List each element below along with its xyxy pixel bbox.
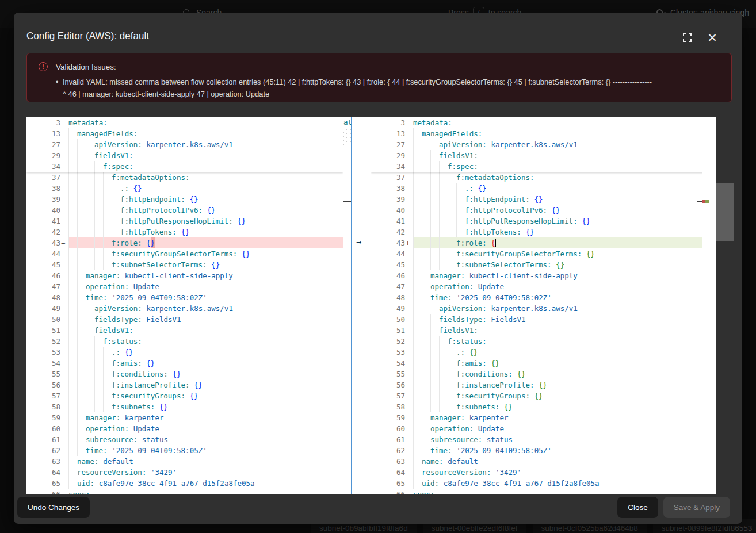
code-line[interactable]: 61subresource: status — [26, 434, 343, 445]
line-number: 27 — [26, 139, 60, 150]
revert-change-arrow[interactable]: → — [356, 237, 361, 247]
code-line[interactable]: 60operation: Update — [26, 423, 343, 434]
code-line[interactable]: 63name: default — [371, 456, 709, 467]
line-number: 57 — [371, 390, 405, 401]
diff-sign — [405, 336, 413, 347]
code-line[interactable]: 56f:instanceProfile: {} — [371, 379, 709, 390]
code-line[interactable]: 47operation: Update — [371, 281, 709, 292]
code-line[interactable]: 52f:status: — [26, 336, 343, 347]
code-line[interactable]: 41f:httpPutResponseHopLimit: {} — [371, 216, 709, 227]
code-line[interactable]: 37f:metadataOptions: — [371, 172, 709, 183]
code-line[interactable]: 43−f:role: {} — [26, 237, 343, 248]
fullscreen-button[interactable] — [681, 32, 693, 43]
code-line[interactable]: 54f:amis: {} — [371, 358, 709, 369]
code-line[interactable]: 3metadata: — [26, 117, 343, 128]
code-line[interactable]: 55f:conditions: {} — [26, 369, 343, 379]
line-number: 50 — [371, 314, 405, 325]
code-line[interactable]: 55f:conditions: {} — [371, 369, 709, 379]
code-line[interactable]: 50fieldsType: FieldsV1 — [371, 314, 709, 325]
line-number: 52 — [371, 336, 405, 347]
code-line[interactable]: 61subresource: status — [371, 434, 709, 445]
code-line[interactable]: 45f:subnetSelectorTerms: {} — [26, 259, 343, 270]
code-line[interactable]: 44f:securityGroupSelectorTerms: {} — [371, 248, 709, 259]
code-line[interactable]: 13managedFields: — [371, 128, 709, 139]
code-line[interactable]: 58f:subnets: {} — [26, 401, 343, 412]
code-line[interactable]: 65uid: c8afe97e-38cc-4f91-a767-d15f2a8fe… — [26, 478, 343, 489]
code-line[interactable]: 37f:metadataOptions: — [26, 172, 343, 183]
code-line[interactable]: 53.: {} — [371, 347, 709, 358]
diff-sign — [405, 172, 413, 183]
code-line[interactable]: 59manager: karpenter — [371, 412, 709, 423]
diff-sign — [405, 434, 413, 445]
code-line[interactable]: 62time: '2025-09-04T09:58:05Z' — [26, 445, 343, 456]
yaml-diff-editor[interactable]: 3metadata:13managedFields:27- apiVersion… — [26, 117, 716, 494]
code-line[interactable]: 42f:httpTokens: {} — [26, 227, 343, 237]
code-line[interactable]: 48time: '2025-09-04T09:58:02Z' — [26, 292, 343, 303]
diff-pane-modified[interactable]: 3metadata:13managedFields:27- apiVersion… — [371, 117, 709, 494]
code-line[interactable]: 39f:httpEndpoint: {} — [26, 194, 343, 205]
diff-sign — [60, 161, 68, 172]
code-line[interactable]: 52f:status: — [371, 336, 709, 347]
diff-pane-original[interactable]: 3metadata:13managedFields:27- apiVersion… — [26, 117, 343, 494]
code-line[interactable]: 42f:httpTokens: {} — [371, 227, 709, 237]
code-line[interactable]: 64resourceVersion: '3429' — [26, 467, 343, 478]
line-number: 61 — [26, 434, 60, 445]
code-line[interactable]: 38.: {} — [26, 183, 343, 194]
code-line[interactable]: 59manager: karpenter — [26, 412, 343, 423]
line-number: 51 — [26, 325, 60, 336]
code-line[interactable]: 51fieldsV1: — [371, 325, 709, 336]
code-line[interactable]: 13managedFields: — [26, 128, 343, 139]
code-line[interactable]: 34f:spec: — [371, 161, 709, 172]
close-button[interactable]: ✕ — [707, 32, 718, 43]
code-line[interactable]: 39f:httpEndpoint: {} — [371, 194, 709, 205]
code-line[interactable]: 27- apiVersion: karpenter.k8s.aws/v1 — [371, 139, 709, 150]
line-number: 60 — [26, 423, 60, 434]
code-line[interactable]: 29fieldsV1: — [26, 150, 343, 161]
code-line[interactable]: 34f:spec: — [26, 161, 343, 172]
code-line[interactable]: 54f:amis: {} — [26, 358, 343, 369]
code-line[interactable]: 65uid: c8afe97e-38cc-4f91-a767-d15f2a8fe… — [371, 478, 709, 489]
code-line[interactable]: 57f:securityGroups: {} — [371, 390, 709, 401]
code-line[interactable]: 66spec: — [371, 489, 709, 494]
line-number: 13 — [26, 128, 60, 139]
code-line[interactable]: 62time: '2025-09-04T09:58:05Z' — [371, 445, 709, 456]
code-line[interactable]: 40f:httpProtocolIPv6: {} — [26, 205, 343, 216]
code-line[interactable]: 48time: '2025-09-04T09:58:02Z' — [371, 292, 709, 303]
code-line[interactable]: 46manager: kubectl-client-side-apply — [371, 270, 709, 281]
validation-message-line2: ^ 46 | manager: kubectl-client-side-appl… — [63, 90, 269, 98]
code-lines-right[interactable]: 37f:metadataOptions:38.: {}39f:httpEndpo… — [371, 172, 709, 494]
line-number: 59 — [371, 412, 405, 423]
code-line[interactable]: 53.: {} — [26, 347, 343, 358]
code-line[interactable]: 3metadata: — [371, 117, 709, 128]
scrollbar-slider[interactable] — [716, 183, 734, 241]
code-line[interactable]: 38.: {} — [371, 183, 709, 194]
code-line[interactable]: 63name: default — [26, 456, 343, 467]
line-number: 3 — [371, 117, 405, 128]
code-line[interactable]: 44f:securityGroupSelectorTerms: {} — [26, 248, 343, 259]
code-line[interactable]: 41f:httpPutResponseHopLimit: {} — [26, 216, 343, 227]
code-line[interactable]: 66spec: — [26, 489, 343, 494]
code-line[interactable]: 64resourceVersion: '3429' — [371, 467, 709, 478]
save-apply-button[interactable]: Save & Apply — [663, 497, 730, 518]
undo-changes-button[interactable]: Undo Changes — [17, 497, 90, 518]
code-line[interactable]: 57f:securityGroups: {} — [26, 390, 343, 401]
code-line[interactable]: 40f:httpProtocolIPv6: {} — [371, 205, 709, 216]
code-line[interactable]: 47operation: Update — [26, 281, 343, 292]
line-number: 38 — [26, 183, 60, 194]
code-line[interactable]: 29fieldsV1: — [371, 150, 709, 161]
code-line[interactable]: 49- apiVersion: karpenter.k8s.aws/v1 — [26, 303, 343, 314]
code-line[interactable]: 46manager: kubectl-client-side-apply — [26, 270, 343, 281]
diff-sign — [405, 270, 413, 281]
code-line[interactable]: 27- apiVersion: karpenter.k8s.aws/v1 — [26, 139, 343, 150]
line-number: 45 — [371, 259, 405, 270]
code-line[interactable]: 58f:subnets: {} — [371, 401, 709, 412]
code-lines-left[interactable]: 37f:metadataOptions:38.: {}39f:httpEndpo… — [26, 172, 343, 494]
code-line[interactable]: 60operation: Update — [371, 423, 709, 434]
close-modal-button[interactable]: Close — [617, 497, 658, 518]
code-line[interactable]: 49- apiVersion: karpenter.k8s.aws/v1 — [371, 303, 709, 314]
code-line[interactable]: 50fieldsType: FieldsV1 — [26, 314, 343, 325]
code-line[interactable]: 43+f:role: { — [371, 237, 709, 248]
code-line[interactable]: 45f:subnetSelectorTerms: {} — [371, 259, 709, 270]
code-line[interactable]: 51fieldsV1: — [26, 325, 343, 336]
code-line[interactable]: 56f:instanceProfile: {} — [26, 379, 343, 390]
